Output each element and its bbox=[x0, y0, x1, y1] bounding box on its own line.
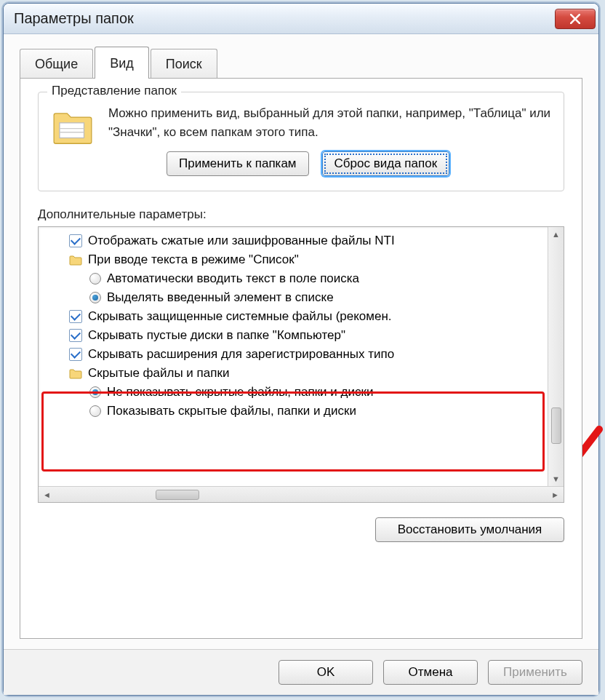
apply-to-folders-button[interactable]: Применить к папкам bbox=[167, 151, 309, 176]
tab-general[interactable]: Общие bbox=[20, 49, 93, 78]
reset-folders-button[interactable]: Сброс вида папок bbox=[322, 151, 450, 176]
scroll-thumb[interactable] bbox=[156, 490, 199, 500]
apply-button[interactable]: Применить bbox=[488, 660, 582, 685]
setting-hide-extensions[interactable]: Скрывать расширения для зарегистрированн… bbox=[44, 345, 548, 364]
setting-hidden-files-group[interactable]: Скрытые файлы и папки bbox=[44, 364, 548, 383]
svg-rect-0 bbox=[60, 123, 84, 138]
folder-views-group: Представление папок Можно применить вид,… bbox=[38, 92, 564, 191]
setting-hide-protected[interactable]: Скрывать защищенные системные файлы (рек… bbox=[44, 307, 548, 326]
radio-icon[interactable] bbox=[89, 405, 101, 417]
ok-button[interactable]: OK bbox=[279, 660, 373, 685]
titlebar[interactable]: Параметры папок bbox=[4, 4, 598, 34]
tab-view[interactable]: Вид bbox=[95, 47, 149, 79]
advanced-settings-list: Отображать сжатые или зашифрованные файл… bbox=[38, 226, 564, 503]
checkbox-icon[interactable] bbox=[69, 234, 82, 247]
scroll-right-icon[interactable]: ► bbox=[548, 490, 562, 499]
tab-search[interactable]: Поиск bbox=[151, 49, 217, 78]
dialog-button-row: OK Отмена Применить bbox=[4, 649, 598, 695]
vertical-scrollbar[interactable]: ▲ ▼ bbox=[548, 227, 564, 486]
close-button[interactable] bbox=[555, 9, 596, 29]
radio-icon[interactable] bbox=[89, 273, 101, 285]
setting-ntfs-compressed[interactable]: Отображать сжатые или зашифрованные файл… bbox=[44, 231, 548, 250]
restore-defaults-button[interactable]: Восстановить умолчания bbox=[375, 517, 564, 542]
checkbox-icon[interactable] bbox=[69, 348, 82, 361]
radio-icon[interactable] bbox=[89, 386, 101, 398]
scroll-left-icon[interactable]: ◄ bbox=[40, 490, 54, 499]
scroll-down-icon[interactable]: ▼ bbox=[552, 473, 560, 485]
setting-hidden-dont-show[interactable]: Не показывать скрытые файлы, папки и дис… bbox=[44, 383, 548, 402]
advanced-settings-label: Дополнительные параметры: bbox=[38, 207, 564, 222]
client-area: Общие Вид Поиск Представление папок Можн… bbox=[4, 34, 598, 649]
setting-hidden-show[interactable]: Показывать скрытые файлы, папки и диски bbox=[44, 402, 548, 421]
groupbox-description: Можно применить вид, выбранный для этой … bbox=[108, 104, 552, 141]
setting-typing-auto[interactable]: Автоматически вводить текст в поле поиск… bbox=[44, 269, 548, 288]
close-icon bbox=[570, 14, 580, 24]
cancel-button[interactable]: Отмена bbox=[383, 660, 478, 685]
folder-icon bbox=[69, 254, 82, 266]
folder-icon bbox=[50, 104, 95, 149]
folder-options-dialog: Параметры папок Общие Вид Поиск Представ… bbox=[3, 3, 599, 696]
tab-panel-view: Представление папок Можно применить вид,… bbox=[20, 78, 582, 639]
settings-tree: Отображать сжатые или зашифрованные файл… bbox=[39, 227, 548, 486]
groupbox-title: Представление папок bbox=[47, 84, 181, 98]
checkbox-icon[interactable] bbox=[69, 310, 82, 323]
scroll-up-icon[interactable]: ▲ bbox=[552, 228, 560, 240]
scroll-thumb[interactable] bbox=[551, 407, 561, 444]
horizontal-scrollbar[interactable]: ◄ ► bbox=[39, 486, 564, 502]
tabs: Общие Вид Поиск bbox=[20, 46, 582, 78]
checkbox-icon[interactable] bbox=[69, 329, 82, 342]
setting-typing-select[interactable]: Выделять введенный элемент в списке bbox=[44, 288, 548, 307]
setting-typing-group[interactable]: При вводе текста в режиме "Список" bbox=[44, 250, 548, 269]
folder-icon bbox=[69, 367, 82, 379]
window-title: Параметры папок bbox=[14, 10, 134, 27]
setting-hide-empty-drives[interactable]: Скрывать пустые диски в папке "Компьютер… bbox=[44, 326, 548, 345]
radio-icon[interactable] bbox=[89, 292, 101, 303]
